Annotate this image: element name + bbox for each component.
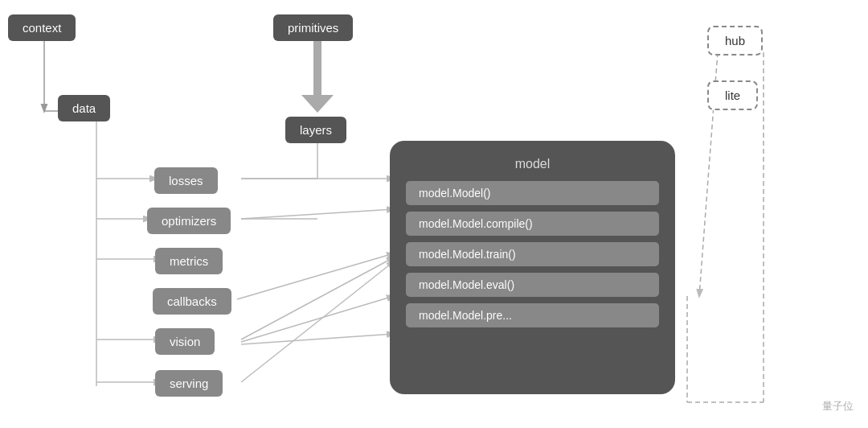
model-item-0: model.Model() <box>406 181 659 205</box>
svg-line-16 <box>241 257 394 340</box>
optimizers-node: optimizers <box>147 208 231 234</box>
model-item-4: model.Model.pre... <box>406 303 659 327</box>
vision-node: vision <box>155 328 215 355</box>
model-item-2: model.Model.train() <box>406 242 659 266</box>
model-container: model model.Model() model.Model.compile(… <box>390 141 675 394</box>
context-node: context <box>8 14 76 41</box>
losses-node: losses <box>154 167 218 194</box>
diagram-container: context data primitives layers losses op… <box>0 0 868 428</box>
hub-node: hub <box>707 26 763 56</box>
data-node: data <box>58 95 110 121</box>
callbacks-node: callbacks <box>153 288 231 315</box>
layers-node: layers <box>285 117 346 143</box>
svg-line-14 <box>241 209 394 219</box>
svg-line-18 <box>241 334 394 344</box>
lite-node: lite <box>707 80 758 110</box>
model-title: model <box>406 157 659 171</box>
metrics-node: metrics <box>155 248 223 274</box>
model-item-3: model.Model.eval() <box>406 273 659 297</box>
watermark: 量子位 <box>822 399 854 414</box>
svg-line-19 <box>241 261 394 382</box>
serving-node: serving <box>155 370 223 397</box>
svg-marker-9 <box>301 95 334 113</box>
svg-line-15 <box>237 253 394 299</box>
primitives-node: primitives <box>273 14 353 41</box>
svg-line-17 <box>241 296 394 342</box>
model-item-1: model.Model.compile() <box>406 212 659 236</box>
